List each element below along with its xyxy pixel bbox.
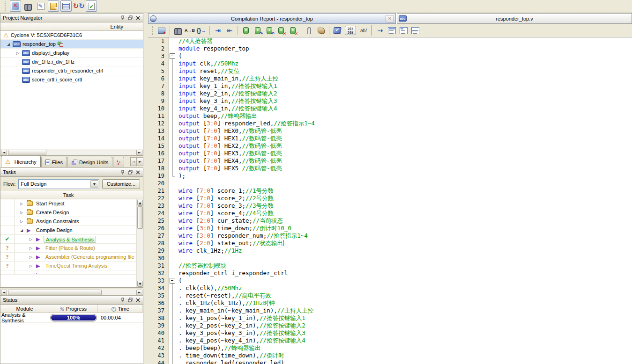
scroll-left-icon[interactable]: ◄ <box>1 150 7 155</box>
code-line[interactable]: 37. key_main_in(~key_main_in),//主持人主控 <box>148 307 632 314</box>
scroll-down-icon[interactable]: ▼ <box>137 281 143 287</box>
tree-item[interactable]: ◢abcresponder_top <box>0 40 143 49</box>
progress-column-header[interactable]: %Progress <box>49 305 98 313</box>
task-label[interactable]: Start Project <box>34 200 67 207</box>
bookmark-delete-all-icon[interactable]: ✕ <box>288 25 298 36</box>
code-line[interactable]: 44. responder_led(responder_led), <box>148 359 632 364</box>
float-icon[interactable] <box>126 15 134 21</box>
task-label[interactable]: TimeQuest Timing Analysis <box>44 262 109 269</box>
project-navigator-toggle-icon[interactable] <box>10 0 21 12</box>
code-text[interactable]: output [7:0] HEX3,//数码管-低亮 <box>176 150 282 157</box>
code-line[interactable]: 5input reset,//复位 <box>148 67 632 75</box>
collapsed-arrow-icon[interactable]: ▷ <box>15 51 20 55</box>
code-text[interactable]: ( <box>176 52 182 60</box>
tasks-toggle-icon[interactable] <box>48 0 59 12</box>
task-row[interactable]: ✔▷▶Analysis & Synthesis <box>0 235 136 244</box>
fold-toggle-icon[interactable] <box>169 277 176 284</box>
code-line[interactable]: 18output [7:0] HEX5 //数码管-低亮 <box>148 165 632 172</box>
code-line[interactable]: 14output [7:0] HEX1,//数码管-低亮 <box>148 135 632 142</box>
code-text[interactable]: . responder_led(responder_led), <box>176 359 288 364</box>
tab-partial[interactable] <box>113 157 124 167</box>
bookmark-next-icon[interactable]: ↷ <box>253 25 263 36</box>
task-row[interactable]: ▷Start Project <box>0 199 136 208</box>
float-icon[interactable] <box>126 169 134 175</box>
code-line[interactable]: 17output [7:0] HEX4,//数码管-低亮 <box>148 157 632 165</box>
comment-icon[interactable] <box>387 25 397 36</box>
task-row[interactable]: ▷Assign Constraints <box>0 217 136 226</box>
task-label[interactable]: Fitter (Place & Route) <box>44 245 97 252</box>
whitespace-toggle-icon[interactable]: ab/ <box>358 25 369 36</box>
code-line[interactable]: 24wire [7:0] score_4;//4号分数 <box>148 210 632 217</box>
code-line[interactable]: 21wire [7:0] score_1;//1号分数 <box>148 187 632 195</box>
scroll-thumb[interactable] <box>137 206 143 229</box>
code-text[interactable]: output [7:0] HEX4,//数码管-低亮 <box>176 157 282 165</box>
tree-item[interactable]: abcdiv_1Hz:i_div_1Hz <box>0 58 143 66</box>
task-row[interactable]: ◢▶Compile Design <box>0 226 136 235</box>
code-line[interactable]: 10input key_4_in,//抢答按键输入4 <box>148 105 632 112</box>
code-text[interactable] <box>176 255 178 262</box>
close-icon[interactable] <box>134 297 141 303</box>
code-line[interactable]: 3( <box>148 52 632 60</box>
task-label[interactable]: Analysis & Synthesis <box>44 236 96 243</box>
code-text[interactable]: . key_1_pos(~key_1_in),//抢答按键输入1 <box>176 314 305 322</box>
code-text[interactable]: //抢答器控制模块 <box>176 262 227 269</box>
code-line[interactable]: 16output [7:0] HEX3,//数码管-低亮 <box>148 150 632 157</box>
code-text[interactable]: . clk(clk),//50Mhz <box>176 284 242 292</box>
tab-files[interactable]: Files <box>41 157 67 167</box>
pin-icon[interactable] <box>119 15 126 21</box>
code-line[interactable]: 23wire [7:0] score_3;//3号分数 <box>148 202 632 210</box>
outline-icon[interactable] <box>410 25 420 36</box>
code-line[interactable]: 20 <box>148 180 632 187</box>
code-text[interactable]: wire clk_1Hz;//1Hz <box>176 247 242 255</box>
task-row[interactable]: ?▷▶Fitter (Place & Route) <box>0 244 136 253</box>
code-text[interactable]: output beep,//蜂鸣器输出 <box>176 112 257 120</box>
code-text[interactable]: . beep(beep),//蜂鸣器输出 <box>176 344 260 352</box>
code-line[interactable]: 36. clk_1Hz(clk_1Hz),//1Hz时钟 <box>148 299 632 307</box>
template-icon[interactable] <box>398 25 409 36</box>
task-label[interactable] <box>44 271 47 275</box>
indent-icon[interactable]: ⇥ <box>213 25 223 36</box>
scroll-left-icon[interactable]: ◄ <box>1 290 7 295</box>
code-text[interactable]: . key_main_in(~key_main_in),//主持人主控 <box>176 307 313 314</box>
collapsed-arrow-icon[interactable]: ▷ <box>30 264 32 268</box>
code-line[interactable]: 33( <box>148 277 632 284</box>
task-label[interactable]: Create Design <box>34 209 71 216</box>
code-text[interactable]: input clk,//50Mhz <box>176 60 238 67</box>
code-line[interactable]: 11output beep,//蜂鸣器输出 <box>148 112 632 120</box>
collapsed-arrow-icon[interactable]: ▷ <box>30 237 32 241</box>
status-panel-toggle-icon[interactable] <box>60 0 72 12</box>
code-text[interactable]: output [7:0] HEX0,//数码管-低亮 <box>176 127 282 135</box>
code-line[interactable]: 38. key_1_pos(~key_1_in),//抢答按键输入1 <box>148 314 632 322</box>
code-text[interactable]: //4人抢答器 <box>176 37 213 45</box>
code-text[interactable]: . key_2_pos(~key_2_in),//抢答按键输入2 <box>176 322 305 329</box>
code-text[interactable]: output [7:0] HEX5 //数码管-低亮 <box>176 165 282 172</box>
editor-titlebar[interactable]: abc responder_top.v <box>397 13 632 24</box>
code-line[interactable]: 39. key_2_pos(~key_2_in),//抢答按键输入2 <box>148 322 632 329</box>
tasks-vscrollbar[interactable]: ▲ ▼ <box>136 199 143 287</box>
close-icon[interactable] <box>134 15 141 21</box>
code-line[interactable]: 7input key_1_in,//抢答按键输入1 <box>148 82 632 90</box>
code-text[interactable]: module responder_top <box>176 45 249 52</box>
bookmark-delete-icon[interactable]: ✕ <box>276 25 286 36</box>
code-text[interactable]: input key_1_in,//抢答按键输入1 <box>176 82 277 90</box>
goto-icon[interactable]: ⇢ <box>375 25 385 36</box>
tab-design-units[interactable]: Design Units <box>67 157 112 167</box>
task-column-header[interactable]: Task <box>0 191 143 199</box>
find-icon[interactable] <box>173 25 183 36</box>
code-text[interactable]: input key_3_in,//抢答按键输入3 <box>176 97 277 105</box>
code-line[interactable]: 35. reset(~reset),//高电平有效 <box>148 292 632 299</box>
task-label[interactable]: Assembler (Generate programming file <box>44 254 136 261</box>
task-row[interactable]: ▷Create Design <box>0 208 136 217</box>
code-text[interactable]: input key_2_in,//抢答按键输入2 <box>176 90 277 97</box>
code-text[interactable]: ( <box>176 277 182 284</box>
attach-icon[interactable] <box>304 25 314 36</box>
code-line[interactable]: 30 <box>148 255 632 262</box>
code-line[interactable]: 34. clk(clk),//50Mhz <box>148 284 632 292</box>
flow-dropdown[interactable]: Full Design ▼ <box>18 179 99 189</box>
toolbar-grip[interactable] <box>152 26 153 35</box>
line-numbers-icon[interactable]: 267268 <box>344 25 357 36</box>
find-icon[interactable] <box>22 0 34 12</box>
code-line[interactable]: 42. beep(beep),//蜂鸣器输出 <box>148 344 632 352</box>
code-text[interactable]: . clk_1Hz(clk_1Hz),//1Hz时钟 <box>176 299 275 307</box>
code-line[interactable]: 25wire [2:0] cur_state;//当前状态 <box>148 217 632 225</box>
